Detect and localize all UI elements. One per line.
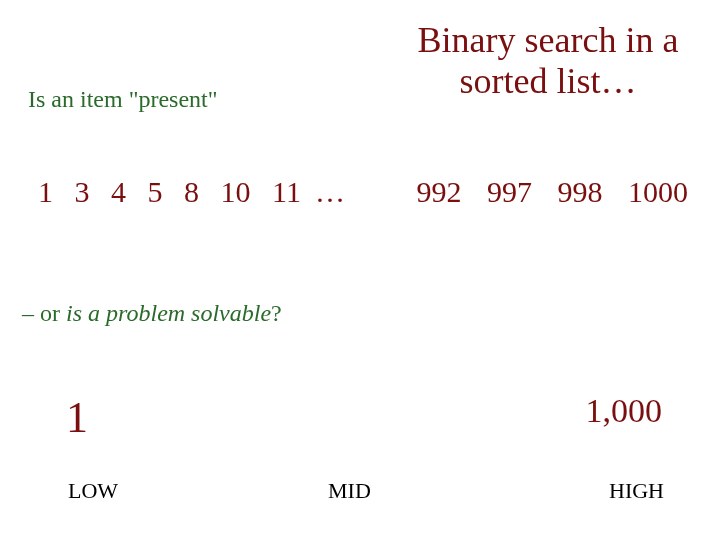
seq-num: 1: [38, 175, 53, 208]
seq-num: 8: [184, 175, 199, 208]
sequence-ellipsis: …: [315, 175, 345, 209]
subline-suffix: ?: [271, 300, 282, 326]
subline-prefix: – or: [22, 300, 66, 326]
intro-text: Is an item "present": [28, 86, 218, 113]
number-sequence: 1 3 4 5 8 10 11 … 992 997 998 1000: [38, 175, 688, 209]
low-label: LOW: [68, 478, 118, 504]
sequence-left: 1 3 4 5 8 10 11: [38, 175, 315, 209]
slide-title: Binary search in a sorted list…: [408, 20, 688, 103]
seq-num: 997: [487, 175, 532, 208]
seq-num: 4: [111, 175, 126, 208]
sequence-right: 992 997 998 1000: [399, 175, 689, 209]
subline-italic: is a problem solvable: [66, 300, 271, 326]
seq-num: 10: [221, 175, 251, 208]
seq-num: 1000: [628, 175, 688, 208]
seq-num: 998: [558, 175, 603, 208]
seq-num: 3: [75, 175, 90, 208]
high-label: HIGH: [609, 478, 664, 504]
seq-num: 5: [148, 175, 163, 208]
seq-num: 11: [272, 175, 301, 208]
high-value: 1,000: [586, 392, 663, 430]
mid-label: MID: [328, 478, 371, 504]
low-value: 1: [66, 392, 88, 443]
subline: – or is a problem solvable?: [22, 300, 282, 327]
seq-num: 992: [417, 175, 462, 208]
